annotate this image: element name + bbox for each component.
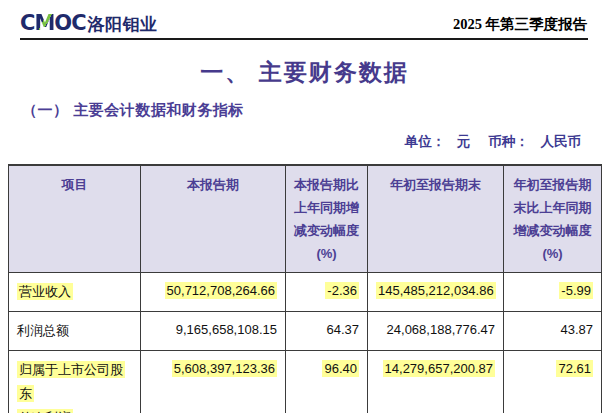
financial-data-table: 项目 本报告期 本报告期比 上年同期增 减变动幅度 (%) 年初至报告期末 年初… xyxy=(8,164,602,413)
table-row: 利润总额9,165,658,108.1564.3724,068,188,776.… xyxy=(9,312,602,351)
cell-text: -2.36 xyxy=(325,282,359,299)
report-page: CMOC 洛阳钼业 2025 年第三季度报告 一、 主要财务数据 （一） 主要会… xyxy=(0,0,609,413)
value-cell: 72.61 xyxy=(504,351,602,413)
cell-text: 43.87 xyxy=(560,322,593,337)
currency-label: 币种： xyxy=(488,134,529,149)
value-cell: 50,712,708,264.66 xyxy=(141,273,286,312)
table-body: 营业收入50,712,708,264.66-2.36145,485,212,03… xyxy=(9,273,602,413)
col-header-ytd: 年初至报告期末 xyxy=(368,165,504,273)
value-cell: 64.37 xyxy=(286,312,368,351)
unit-label: 单位： xyxy=(405,134,446,149)
logo-letters-oc: OC xyxy=(54,11,85,35)
logo-letter-c: C xyxy=(20,11,34,35)
subsection-title: （一） 主要会计数据和财务指标 xyxy=(22,100,609,120)
col-header-current-period: 本报告期 xyxy=(141,165,286,273)
item-name-cell: 营业收入 xyxy=(9,273,141,312)
value-cell: 5,608,397,123.36 xyxy=(141,351,286,413)
header-divider-line xyxy=(20,38,588,40)
cmoc-logo: CMOC 洛阳钼业 xyxy=(20,12,158,36)
cell-text: -5.99 xyxy=(559,282,593,299)
cell-text: 145,485,212,034.86 xyxy=(376,282,496,299)
value-cell: 43.87 xyxy=(504,312,602,351)
value-cell: 145,485,212,034.86 xyxy=(368,273,504,312)
cell-text: 64.37 xyxy=(326,322,359,337)
unit-value: 元 xyxy=(457,134,471,149)
currency-value: 人民币 xyxy=(541,134,582,149)
item-name-cell: 归属于上市公司股东 的净利润 xyxy=(9,351,141,413)
value-cell: -5.99 xyxy=(504,273,602,312)
section-title: 一、 主要财务数据 xyxy=(0,57,609,87)
cell-text: 96.40 xyxy=(322,360,359,377)
cell-text: 50,712,708,264.66 xyxy=(165,282,277,299)
cell-text: 24,068,188,776.47 xyxy=(387,322,495,337)
cell-text: 利润总额 xyxy=(17,323,69,338)
page-header: CMOC 洛阳钼业 2025 年第三季度报告 xyxy=(0,0,609,36)
cell-text: 营业收入 xyxy=(17,283,73,300)
cell-text: 归属于上市公司股东 的净利润 xyxy=(17,361,125,413)
logo-company-name: 洛阳钼业 xyxy=(88,13,158,36)
value-cell: 24,068,188,776.47 xyxy=(368,312,504,351)
col-header-yoy-change: 本报告期比 上年同期增 减变动幅度 (%) xyxy=(286,165,368,273)
cell-text: 72.61 xyxy=(556,360,593,377)
table-row: 营业收入50,712,708,264.66-2.36145,485,212,03… xyxy=(9,273,602,312)
cell-text: 9,165,658,108.15 xyxy=(176,322,277,337)
cmoc-logo-wordmark: CMOC xyxy=(20,12,86,34)
cell-text: 5,608,397,123.36 xyxy=(172,360,277,377)
value-cell: -2.36 xyxy=(286,273,368,312)
col-header-ytd-yoy-change: 年初至报告期 末比上年同期 增减变动幅度 (%) xyxy=(504,165,602,273)
item-name-cell: 利润总额 xyxy=(9,312,141,351)
table-row: 归属于上市公司股东 的净利润5,608,397,123.3696.4014,27… xyxy=(9,351,602,413)
table-header-row: 项目 本报告期 本报告期比 上年同期增 减变动幅度 (%) 年初至报告期末 年初… xyxy=(9,165,602,273)
units-currency-line: 单位： 元 币种： 人民币 xyxy=(0,133,581,151)
report-title: 2025 年第三季度报告 xyxy=(453,15,587,36)
col-header-item: 项目 xyxy=(9,165,141,273)
value-cell: 96.40 xyxy=(286,351,368,413)
value-cell: 9,165,658,108.15 xyxy=(141,312,286,351)
value-cell: 14,279,657,200.87 xyxy=(368,351,504,413)
logo-letter-m-green-slash: M xyxy=(34,11,54,35)
cell-text: 14,279,657,200.87 xyxy=(383,360,495,377)
